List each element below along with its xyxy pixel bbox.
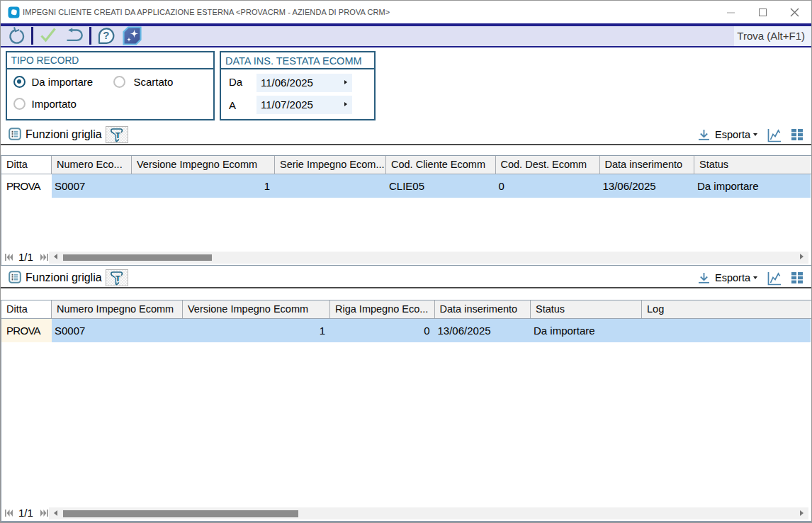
svg-text:?: ? xyxy=(103,29,109,41)
svg-text:T: T xyxy=(115,131,120,140)
svg-text:T: T xyxy=(115,274,120,283)
